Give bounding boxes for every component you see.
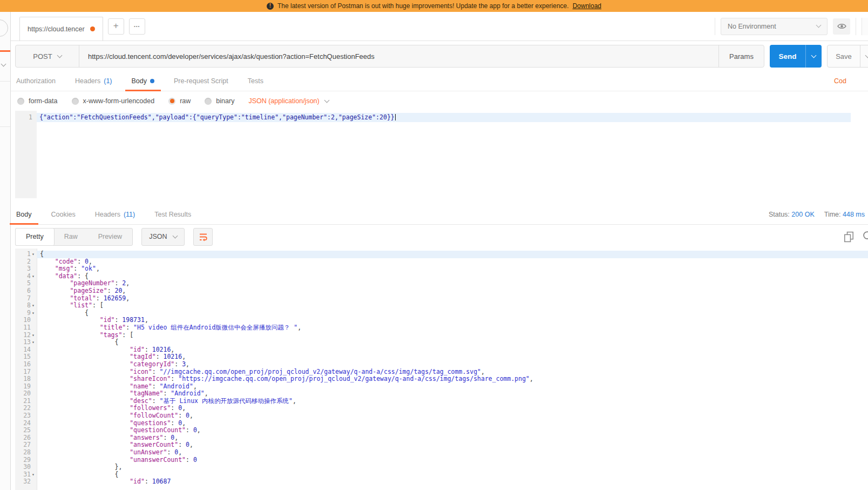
fold-arrow-icon[interactable]: ▾ <box>31 471 36 479</box>
response-tab-cookies[interactable]: Cookies <box>51 204 76 224</box>
collapsed-sidebar[interactable] <box>0 12 11 490</box>
send-button[interactable]: Send <box>770 45 805 68</box>
save-options-button[interactable] <box>860 45 868 67</box>
body-set-dot-icon <box>150 79 154 83</box>
params-button[interactable]: Params <box>718 45 764 67</box>
word-wrap-icon <box>199 232 208 241</box>
response-body-editor[interactable]: 1▾{2 "code": 0,3 "msg": "ok",4▾ "data": … <box>11 249 868 490</box>
radio-icon <box>17 98 24 105</box>
code-token: , <box>297 324 301 331</box>
new-tab-button[interactable]: + <box>108 18 124 35</box>
line-number: 16 <box>15 361 37 368</box>
code-line: 30 }, <box>15 464 868 471</box>
settings-button-partial[interactable] <box>862 18 868 35</box>
radio-binary[interactable]: binary <box>205 97 234 105</box>
code-token: , <box>96 265 100 272</box>
code-token: { <box>40 250 44 258</box>
fold-arrow-icon[interactable]: ▾ <box>31 273 36 280</box>
code-token: : <box>145 346 152 353</box>
line-number: 30 <box>15 464 37 471</box>
line-number: 2 <box>15 258 37 266</box>
code-link[interactable]: Code <box>834 77 846 85</box>
environment-select[interactable]: No Environment <box>721 18 828 35</box>
response-tab-test-results[interactable]: Test Results <box>154 204 191 224</box>
code-token: , <box>171 346 174 353</box>
tab-headers[interactable]: Headers (1) <box>75 71 112 91</box>
view-mode-raw[interactable]: Raw <box>54 229 88 245</box>
response-tab-headers[interactable]: Headers (11) <box>95 204 135 224</box>
code-token: : <box>171 419 178 427</box>
code-token: , <box>182 404 186 412</box>
fold-arrow-icon[interactable]: ▾ <box>31 339 36 346</box>
url-input[interactable]: https://cloud.tencent.com/developer/serv… <box>79 45 718 67</box>
fold-arrow-icon[interactable]: ▾ <box>31 332 36 339</box>
code-line: 24 "questions": 0, <box>15 420 868 427</box>
fold-arrow-icon[interactable]: ▾ <box>31 310 36 317</box>
line-number: 1 <box>15 113 37 122</box>
view-mode-pretty[interactable]: Pretty <box>15 228 55 246</box>
radio-x-www-form-urlencoded[interactable]: x-www-form-urlencoded <box>72 97 155 105</box>
tab-pre-request-script[interactable]: Pre-request Script <box>174 71 228 91</box>
code-token: "https://imgcache.qq.com/open_proj/proj_… <box>178 375 530 382</box>
url-builder-row: POST https://cloud.tencent.com/developer… <box>11 41 868 71</box>
code-line: 3 "msg": "ok", <box>15 265 868 273</box>
request-body-editor[interactable]: 1 {"action":"FetchQuestionFeeds","payloa… <box>11 111 868 202</box>
code-line: 5 "pageNumber": 2, <box>15 280 868 287</box>
code-token: "questionCount" <box>130 426 186 434</box>
code-token: : <box>152 397 160 405</box>
line-number: 19 <box>15 383 37 391</box>
radio-form-data[interactable]: form-data <box>17 97 58 105</box>
fold-arrow-icon[interactable]: ▾ <box>31 251 36 258</box>
code-token: , <box>126 294 130 302</box>
request-tab-bar: https://cloud.tencer + ••• No Environmen… <box>11 12 868 41</box>
tab-body[interactable]: Body <box>132 71 155 91</box>
code-line: 17 "icon": "//imgcache.qq.com/open_proj/… <box>15 368 868 376</box>
line-number: 17 <box>15 368 37 376</box>
code-token: "tagName" <box>130 390 163 397</box>
line-number: 26 <box>15 434 37 442</box>
more-tabs-button[interactable]: ••• <box>129 18 145 35</box>
code-line: 16 "categoryId": 3, <box>15 361 868 368</box>
code-token: : { <box>77 272 89 280</box>
code-token: : <box>107 287 115 294</box>
ellipsis-icon: ••• <box>134 24 140 29</box>
line-number: 10 <box>15 317 37 324</box>
response-tabs: Body Cookies Headers (11) Test Results S… <box>11 204 868 225</box>
status-badge[interactable]: 200 OK <box>791 211 814 218</box>
time-badge[interactable]: 448 ms <box>843 211 865 218</box>
code-line: 25 "questionCount": 0, <box>15 427 868 434</box>
code-line: 20 "tagName": "Android", <box>15 390 868 398</box>
code-token: : <box>178 441 186 448</box>
download-link[interactable]: Download <box>573 2 601 10</box>
code-token: : <box>171 404 178 412</box>
response-tab-body[interactable]: Body <box>16 204 32 224</box>
code-token: "data" <box>55 272 78 280</box>
view-mode-preview[interactable]: Preview <box>88 229 132 245</box>
request-tab[interactable]: https://cloud.tencer <box>19 17 103 41</box>
method-select[interactable]: POST <box>16 45 79 67</box>
save-button[interactable]: Save <box>828 45 860 67</box>
response-format-select[interactable]: JSON <box>141 228 185 246</box>
body-type-row: form-data x-www-form-urlencoded raw bina… <box>11 91 868 111</box>
code-token: , <box>122 287 126 294</box>
content-type-select[interactable]: JSON (application/json) <box>248 97 328 105</box>
send-options-button[interactable] <box>805 45 822 68</box>
line-number: 13▾ <box>15 339 37 346</box>
environment-quicklook-button[interactable] <box>833 18 850 35</box>
tab-tests[interactable]: Tests <box>248 71 263 91</box>
search-icon[interactable] <box>863 231 868 243</box>
radio-raw[interactable]: raw <box>168 97 191 105</box>
divider <box>715 18 715 35</box>
line-number: 23 <box>15 412 37 420</box>
copy-icon[interactable] <box>844 231 854 243</box>
line-number: 18 <box>15 375 37 383</box>
code-line: 11 "title": "H5 video 组件在Android版微信中会全屏播… <box>15 324 868 332</box>
line-number: 11 <box>15 324 37 332</box>
fold-arrow-icon[interactable]: ▾ <box>31 302 36 310</box>
code-token: , <box>197 426 201 434</box>
code-token: 0 <box>186 412 189 419</box>
code-line: 1 {"action":"FetchQuestionFeeds","payloa… <box>15 113 868 122</box>
tab-authorization[interactable]: Authorization <box>16 71 56 91</box>
request-editor-tabs: Authorization Headers (1) Body Pre-reque… <box>11 71 868 91</box>
wrap-text-button[interactable] <box>193 228 213 246</box>
